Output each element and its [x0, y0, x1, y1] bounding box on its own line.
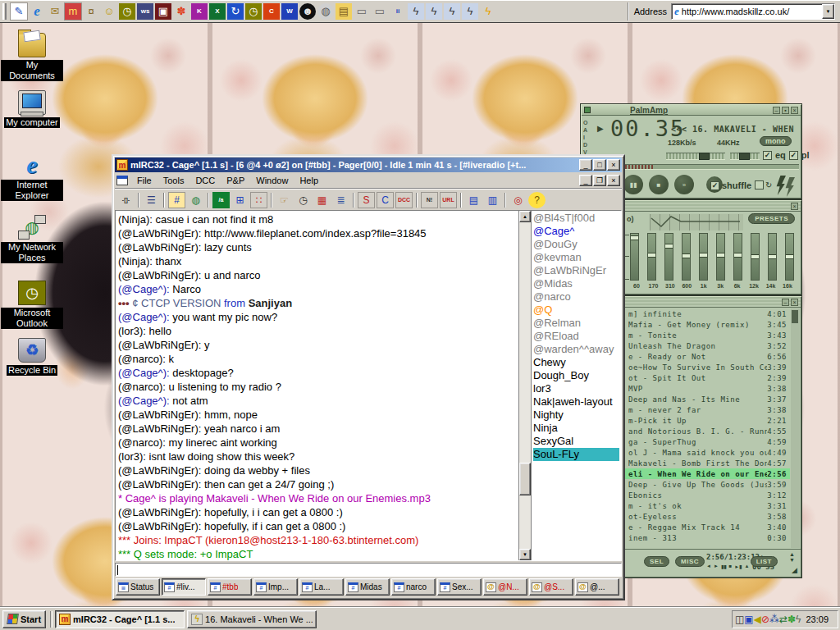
nick-item[interactable]: Nighty	[533, 409, 619, 422]
clutter-a[interactable]: A	[583, 126, 587, 134]
shuffle-checkbox[interactable]: ✓	[710, 181, 719, 190]
repeat-checkbox[interactable]	[755, 180, 764, 189]
mirc-app-icon[interactable]: m	[116, 159, 128, 171]
display-tray-icon[interactable]: ▣	[744, 614, 753, 625]
playlist-scrollbar[interactable]	[791, 308, 800, 548]
presets-button[interactable]: PRESETS	[748, 213, 795, 224]
desktop-icon-recycle-bin[interactable]: ♻Recycle Bin	[0, 338, 64, 376]
prev-button[interactable]: ◄	[706, 564, 711, 569]
minimize-button[interactable]: _	[579, 159, 592, 171]
list-button[interactable]: LIST	[751, 556, 778, 567]
colors-icon[interactable]: ▦	[313, 192, 331, 208]
eject-button[interactable]: ▲	[744, 564, 749, 569]
stop-button[interactable]: ■	[649, 175, 669, 194]
nick-item[interactable]: @Bl4sT|f00d	[533, 212, 619, 225]
chat-tray-icon[interactable]: ⁂	[769, 614, 779, 625]
outlook-clock-icon[interactable]: ◷	[119, 3, 135, 20]
child-close-button[interactable]: ×	[607, 175, 620, 186]
switchbar-button[interactable]: #Sex...	[437, 578, 482, 596]
eq-band-60[interactable]	[630, 233, 639, 281]
pause-button[interactable]: ▮▮	[623, 175, 643, 194]
folder-icon[interactable]: ▤	[336, 3, 352, 20]
scroll-down-button[interactable]: ▼	[519, 549, 531, 560]
acdsee-icon[interactable]: ✽	[173, 3, 189, 20]
camera-icon[interactable]: ▣	[155, 3, 171, 20]
notify-icon[interactable]: N!	[421, 192, 438, 208]
clock-icon[interactable]: ◷	[245, 3, 262, 20]
task-winamp[interactable]: ϟ16. Makaveli - When We ...	[187, 610, 317, 628]
scheduler-tray-icon[interactable]: ◫	[735, 614, 744, 625]
eq-band-16k[interactable]	[785, 233, 794, 281]
eq-thumb[interactable]	[734, 253, 742, 258]
sel-button[interactable]: SEL	[644, 556, 669, 567]
window-split-icon[interactable]: ▤	[465, 192, 482, 208]
remote-icon[interactable]: ∷	[250, 192, 267, 208]
network-tray-icon[interactable]: ⇄	[779, 614, 788, 625]
switchbar-button[interactable]: ##liv...	[162, 578, 206, 596]
winamp-clutterbar[interactable]: OAIDV	[583, 119, 587, 156]
about-icon[interactable]: ?	[528, 192, 546, 208]
desktop-icon-my-network-places[interactable]: ◍My Network Places	[0, 215, 64, 263]
arrow-down-icon[interactable]: ▼	[789, 557, 795, 563]
nick-item[interactable]: @Cage^	[533, 225, 619, 238]
eq-thumb[interactable]	[665, 244, 673, 249]
misc-button[interactable]: MISC	[675, 556, 705, 567]
menu-file[interactable]: File	[131, 174, 158, 187]
scroll-thumb[interactable]	[519, 463, 531, 495]
dialup-icon-1[interactable]: ϟ	[408, 3, 424, 20]
pl-toggle-checkbox[interactable]: ✓	[789, 151, 798, 160]
chat-area[interactable]: (Ninja): casue i can not find it m8(@LaW…	[116, 211, 518, 560]
url-icon[interactable]: URL	[440, 192, 457, 208]
next-button[interactable]: »	[674, 175, 694, 194]
eq-thumb[interactable]	[717, 253, 724, 258]
window-cascade-icon[interactable]: ▥	[484, 192, 501, 208]
eq-band-170[interactable]	[647, 233, 656, 281]
switchbar-button[interactable]: #Imp...	[253, 578, 298, 596]
face-icon[interactable]: ☻	[299, 3, 316, 20]
child-minimize-button[interactable]: _	[579, 175, 592, 186]
menu-tools[interactable]: Tools	[158, 174, 190, 187]
eq-thumb[interactable]	[648, 253, 655, 258]
close-button[interactable]: ×	[791, 299, 798, 306]
internet-explorer-icon[interactable]: e	[29, 3, 45, 20]
toolbar-grip[interactable]	[2, 3, 7, 20]
button-icon-2[interactable]: ▭	[372, 3, 388, 20]
eq-thumb[interactable]	[786, 254, 793, 259]
shade-button[interactable]: –	[782, 299, 789, 306]
chat-icon[interactable]: C	[377, 192, 394, 208]
mirc-titlebar[interactable]: m mIRC32 - Cage^ [1.1 s] - [6 @4 +0 ø2] …	[115, 158, 622, 172]
nick-item[interactable]: @Relman	[533, 317, 619, 330]
eq-thumb[interactable]	[769, 254, 776, 259]
playlist-scroll-buttons[interactable]: ▲▼	[789, 551, 795, 563]
nick-list[interactable]: @Bl4sT|f00d@Cage^@DouGy@kevman@LaWbRiNgE…	[531, 211, 621, 560]
eq-thumb[interactable]	[631, 235, 638, 240]
clutter-i[interactable]: I	[583, 134, 587, 141]
key-icon[interactable]: K	[191, 3, 208, 20]
desktop-icon-my-documents[interactable]: My Documents	[0, 33, 64, 81]
sphere-icon[interactable]: ◍	[317, 3, 334, 20]
stop-button[interactable]: ■	[729, 564, 733, 569]
switchbar-button[interactable]: #La...	[299, 578, 344, 596]
blocked-tray-icon[interactable]: ⊘	[761, 614, 769, 625]
nick-item[interactable]: Chewy	[533, 356, 619, 369]
switchbar-button[interactable]: #Midas	[345, 578, 390, 596]
switchbar-button[interactable]: ≣Status	[116, 578, 160, 596]
nick-item[interactable]: Dough_Boy	[533, 369, 619, 382]
pause-button[interactable]: ▮▮	[721, 564, 727, 569]
balance-thumb[interactable]	[739, 153, 750, 160]
volume-thumb[interactable]	[699, 153, 710, 160]
start-button[interactable]: Start	[2, 610, 46, 628]
minimize-button[interactable]: –	[773, 107, 780, 114]
maximize-button[interactable]: □	[593, 159, 606, 171]
volume-slider[interactable]	[666, 153, 725, 160]
child-restore-button[interactable]: ❐	[593, 175, 606, 186]
send-icon[interactable]: S	[358, 192, 375, 208]
shade-button[interactable]: ▪	[782, 107, 789, 114]
task-mirc[interactable]: mmIRC32 - Cage^ [1.1 s...	[55, 610, 185, 628]
search-icon[interactable]: ¤	[83, 3, 99, 20]
nick-item[interactable]: @DouGy	[533, 238, 619, 251]
mirc-launch-icon[interactable]: m	[65, 3, 81, 20]
excel-icon[interactable]: X	[209, 3, 226, 20]
dialup-icon-2[interactable]: ϟ	[426, 3, 442, 20]
ws-ftp-icon[interactable]: ws	[137, 3, 153, 20]
